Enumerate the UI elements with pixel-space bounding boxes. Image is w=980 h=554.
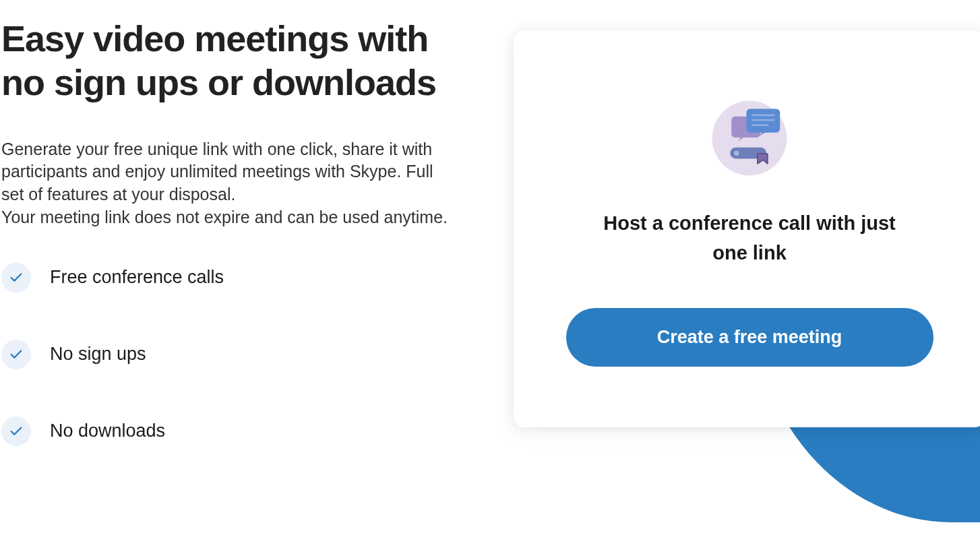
feature-item: No downloads xyxy=(1,417,460,446)
check-icon xyxy=(1,417,31,446)
page-container: Easy video meetings with no sign ups or … xyxy=(0,0,980,446)
left-column: Easy video meetings with no sign ups or … xyxy=(1,13,460,446)
feature-label: No downloads xyxy=(50,421,165,441)
svg-point-7 xyxy=(734,150,739,155)
check-icon xyxy=(1,263,31,293)
feature-item: Free conference calls xyxy=(1,263,460,293)
feature-item: No sign ups xyxy=(1,340,460,369)
features-list: Free conference calls No sign ups No dow… xyxy=(1,263,460,446)
description: Generate your free unique link with one … xyxy=(1,138,450,229)
description-line-2: Your meeting link does not expire and ca… xyxy=(1,206,450,229)
feature-label: Free conference calls xyxy=(50,267,224,288)
create-meeting-button[interactable]: Create a free meeting xyxy=(566,308,933,367)
chat-link-icon xyxy=(709,98,790,179)
meeting-card: Host a conference call with just one lin… xyxy=(514,30,980,427)
right-column: Host a conference call with just one lin… xyxy=(487,13,980,446)
card-title: Host a conference call with just one lin… xyxy=(598,209,901,268)
headline: Easy video meetings with no sign ups or … xyxy=(1,17,460,104)
check-icon xyxy=(1,340,31,369)
description-line-1: Generate your free unique link with one … xyxy=(1,138,450,206)
feature-label: No sign ups xyxy=(50,344,146,365)
